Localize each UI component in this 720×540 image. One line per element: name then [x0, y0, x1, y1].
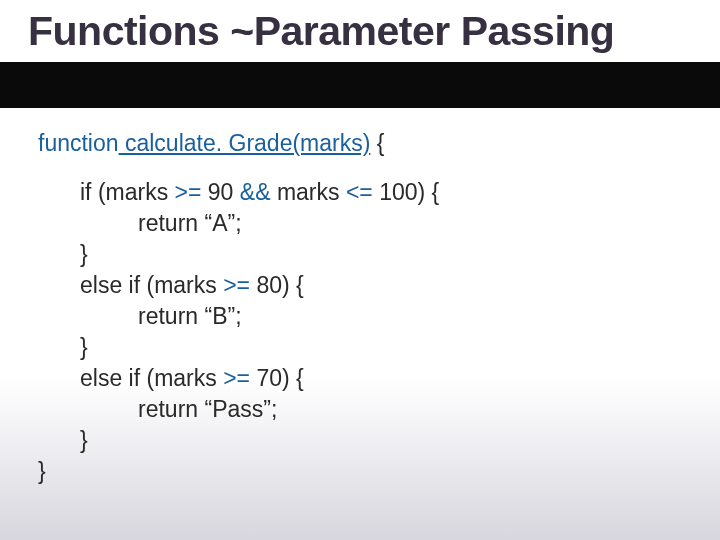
operator-gte: >= — [223, 272, 250, 298]
text: if (marks — [80, 179, 175, 205]
text: 90 — [201, 179, 239, 205]
page-title: Functions ~Parameter Passing — [28, 8, 614, 55]
text: 70) { — [250, 365, 304, 391]
slide: Functions ~Parameter Passing function ca… — [0, 0, 720, 540]
return-a: return “A”; — [138, 210, 242, 236]
text: 100) { — [373, 179, 440, 205]
operator-and: && — [240, 179, 271, 205]
brace: } — [80, 427, 88, 453]
code-line-3: return “A”; — [38, 208, 439, 239]
code-line-10: } — [38, 425, 439, 456]
text: 80) { — [250, 272, 304, 298]
text: else if (marks — [80, 272, 223, 298]
return-b: return “B”; — [138, 303, 242, 329]
code-line-2: if (marks >= 90 && marks <= 100) { — [38, 177, 439, 208]
operator-lte: <= — [346, 179, 373, 205]
code-line-1: function calculate. Grade(marks) { — [38, 128, 439, 159]
return-pass: return “Pass”; — [138, 396, 277, 422]
operator-gte: >= — [223, 365, 250, 391]
code-body: if (marks >= 90 && marks <= 100) { retur… — [38, 177, 439, 487]
text: else if (marks — [80, 365, 223, 391]
brace-close: } — [38, 458, 46, 484]
brace-open: { — [370, 130, 384, 156]
brace: } — [80, 241, 88, 267]
code-line-6: return “B”; — [38, 301, 439, 332]
code-line-11: } — [38, 456, 439, 487]
code-line-7: } — [38, 332, 439, 363]
keyword-function: function — [38, 130, 119, 156]
code-line-8: else if (marks >= 70) { — [38, 363, 439, 394]
operator-gte: >= — [175, 179, 202, 205]
text: marks — [271, 179, 346, 205]
title-band — [0, 62, 720, 108]
code-line-9: return “Pass”; — [38, 394, 439, 425]
function-name: calculate. Grade(marks) — [119, 130, 371, 156]
code-line-4: } — [38, 239, 439, 270]
brace: } — [80, 334, 88, 360]
code-line-5: else if (marks >= 80) { — [38, 270, 439, 301]
code-block: function calculate. Grade(marks) { if (m… — [38, 128, 439, 488]
